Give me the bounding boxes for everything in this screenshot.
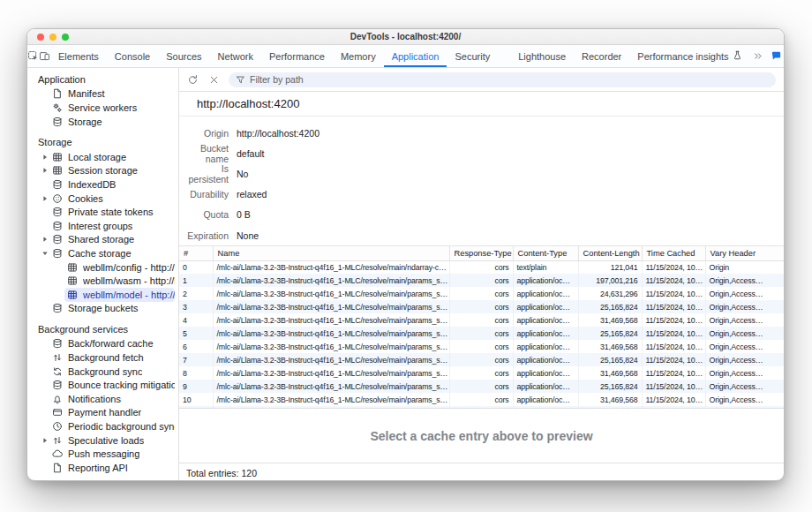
sidebar-item-service-workers[interactable]: Service workers — [27, 101, 178, 115]
tab-label: Security — [455, 51, 490, 62]
sidebar-item-interest-groups[interactable]: Interest groups — [27, 219, 178, 233]
cache-entry-row-10[interactable]: 10/mlc-ai/Llama-3.2-3B-Instruct-q4f16_1-… — [179, 393, 784, 406]
cookie-icon — [52, 193, 64, 204]
cache-entry-row-2[interactable]: 2/mlc-ai/Llama-3.2-3B-Instruct-q4f16_1-M… — [179, 287, 784, 300]
device-toolbar-icon[interactable] — [39, 45, 50, 67]
detail-row-quota: Quota0 B — [179, 205, 784, 225]
column-header-vary-header[interactable]: Vary Header — [705, 246, 784, 260]
sidebar-item-back-forward-cache[interactable]: Back/forward cache — [27, 337, 178, 351]
detail-label: Quota — [179, 209, 229, 220]
sidebar-item-indexeddb[interactable]: IndexedDB — [27, 177, 178, 192]
cell-num: 5 — [179, 327, 213, 340]
sidebar-item-storage-buckets[interactable]: Storage buckets — [27, 302, 178, 316]
detail-row-bucket-name: Bucket namedefault — [179, 143, 784, 163]
tab-memory[interactable]: Memory — [333, 45, 384, 67]
column-header-time-cached[interactable]: Time Cached — [642, 246, 705, 260]
sidebar-item-session-storage[interactable]: Session storage — [27, 164, 178, 178]
cell-vary: Origin,Access… — [705, 274, 784, 287]
cell-num: 4 — [179, 313, 213, 327]
sidebar-item-webllm-model-http-loc[interactable]: webllm/model - http://loc… — [27, 288, 178, 302]
tab-security[interactable]: Security — [447, 45, 498, 67]
tab-performance[interactable]: Performance — [261, 45, 333, 67]
cell-time_cached: 11/15/2024, 10… — [642, 313, 705, 327]
tab-network[interactable]: Network — [210, 45, 261, 67]
chevrons-double-right-icon[interactable] — [750, 50, 766, 62]
sidebar-item-cache-storage[interactable]: Cache storage — [27, 246, 178, 260]
inspect-element-icon[interactable] — [27, 45, 39, 67]
sidebar-item-local-storage[interactable]: Local storage — [27, 150, 178, 164]
sync-icon — [52, 366, 64, 377]
cache-entry-row-1[interactable]: 1/mlc-ai/Llama-3.2-3B-Instruct-q4f16_1-M… — [179, 274, 784, 287]
close-window-button[interactable] — [37, 34, 44, 41]
cell-response_type: cors — [449, 287, 513, 300]
cache-entry-row-3[interactable]: 3/mlc-ai/Llama-3.2-3B-Instruct-q4f16_1-M… — [179, 300, 784, 313]
column-header-content-type[interactable]: Content-Type — [513, 246, 578, 260]
column-header-content-length[interactable]: Content-Length — [578, 246, 642, 260]
cell-response_type: cors — [449, 274, 513, 287]
cell-name: /mlc-ai/Llama-3.2-3B-Instruct-q4f16_1-ML… — [213, 327, 449, 340]
tab-application[interactable]: Application — [384, 45, 447, 67]
sidebar-item-webllm-config-http-loc[interactable]: webllm/config - http://loc… — [27, 260, 178, 275]
zoom-window-button[interactable] — [62, 34, 69, 41]
sidebar-item-private-state-tokens[interactable]: Private state tokens — [27, 205, 178, 219]
cache-entry-row-8[interactable]: 8/mlc-ai/Llama-3.2-3B-Instruct-q4f16_1-M… — [179, 366, 784, 380]
tab-recorder[interactable]: Recorder — [574, 45, 629, 67]
tab-elements[interactable]: Elements — [50, 45, 107, 67]
sidebar-item-notifications[interactable]: Notifications — [27, 392, 178, 406]
close-icon[interactable] — [204, 70, 223, 89]
window-titlebar: DevTools - localhost:4200/ — [27, 29, 784, 45]
detail-row-origin: Originhttp://localhost:4200 — [179, 123, 784, 143]
cell-num: 6 — [179, 340, 213, 353]
cell-response_type: cors — [449, 353, 513, 366]
cache-entry-row-0[interactable]: 0/mlc-ai/Llama-3.2-3B-Instruct-q4f16_1-M… — [179, 260, 784, 274]
sidebar-item-background-fetch[interactable]: Background fetch — [27, 350, 178, 365]
table-icon — [67, 262, 79, 273]
database-icon — [52, 380, 64, 390]
cell-content_type: application/oc… — [513, 327, 578, 340]
cache-entry-row-6[interactable]: 6/mlc-ai/Llama-3.2-3B-Instruct-q4f16_1-M… — [179, 340, 784, 353]
message-bubble-icon[interactable] — [769, 50, 785, 62]
refresh-icon[interactable] — [183, 70, 202, 89]
sidebar-item-payment-handler[interactable]: Payment handler — [27, 406, 178, 420]
sidebar-item-cookies[interactable]: Cookies — [27, 192, 178, 206]
cache-entries-table-wrap: #NameResponse-TypeContent-TypeContent-Le… — [179, 245, 784, 408]
sidebar-item-reporting-api[interactable]: Reporting API — [27, 461, 178, 475]
sidebar-item-label: Push messaging — [68, 448, 139, 459]
cell-content_length: 25,165,824 — [578, 327, 642, 340]
total-entries-text: Total entries: 120 — [186, 468, 257, 478]
sidebar-item-speculative-loads[interactable]: Speculative loads — [27, 433, 178, 448]
cell-content_length: 25,165,824 — [578, 353, 642, 366]
database-icon — [52, 221, 64, 231]
sidebar-item-background-sync[interactable]: Background sync — [27, 365, 178, 379]
sidebar-item-storage[interactable]: Storage — [27, 115, 178, 129]
tab-console[interactable]: Console — [107, 45, 158, 67]
sidebar-item-label: Interest groups — [68, 221, 132, 231]
sidebar-item-shared-storage[interactable]: Shared storage — [27, 233, 178, 247]
cell-name: /mlc-ai/Llama-3.2-3B-Instruct-q4f16_1-ML… — [213, 353, 449, 366]
column-header-response-type[interactable]: Response-Type — [449, 246, 513, 260]
tab-performance-insights[interactable]: Performance insights — [629, 45, 749, 67]
cache-entry-row-7[interactable]: 7/mlc-ai/Llama-3.2-3B-Instruct-q4f16_1-M… — [179, 353, 784, 366]
sidebar-item-push-messaging[interactable]: Push messaging — [27, 447, 178, 461]
sidebar-item-label: webllm/model - http://loc… — [83, 290, 175, 300]
sidebar-item-label: Local storage — [68, 152, 126, 162]
cache-entry-row-4[interactable]: 4/mlc-ai/Llama-3.2-3B-Instruct-q4f16_1-M… — [179, 313, 784, 327]
minimize-window-button[interactable] — [49, 34, 56, 41]
sidebar-item-bounce-tracking-mitigations[interactable]: Bounce tracking mitigations — [27, 378, 178, 392]
tab-sources[interactable]: Sources — [158, 45, 209, 67]
column-header-num[interactable]: # — [179, 246, 213, 260]
tab-lighthouse[interactable]: Lighthouse — [510, 45, 574, 67]
filter-by-path-input[interactable]: Filter by path — [229, 72, 776, 87]
cell-content_length: 31,469,568 — [578, 340, 642, 353]
tab-label: Performance insights — [637, 51, 728, 62]
sidebar-item-manifest[interactable]: Manifest — [27, 87, 178, 102]
cache-entry-row-5[interactable]: 5/mlc-ai/Llama-3.2-3B-Instruct-q4f16_1-M… — [179, 327, 784, 340]
cache-entry-row-9[interactable]: 9/mlc-ai/Llama-3.2-3B-Instruct-q4f16_1-M… — [179, 380, 784, 393]
cell-content_length: 31,469,568 — [578, 393, 642, 406]
cell-content_length: 121,041 — [578, 260, 642, 274]
sidebar-item-periodic-background-sync[interactable]: Periodic background sync — [27, 419, 178, 433]
sidebar-item-webllm-wasm-http-loca[interactable]: webllm/wasm - http://loca… — [27, 274, 178, 288]
sidebar-item-label: webllm/config - http://loc… — [83, 262, 175, 273]
column-header-name[interactable]: Name — [213, 246, 449, 260]
desktop: DevTools - localhost:4200/ ElementsConso… — [0, 0, 812, 512]
